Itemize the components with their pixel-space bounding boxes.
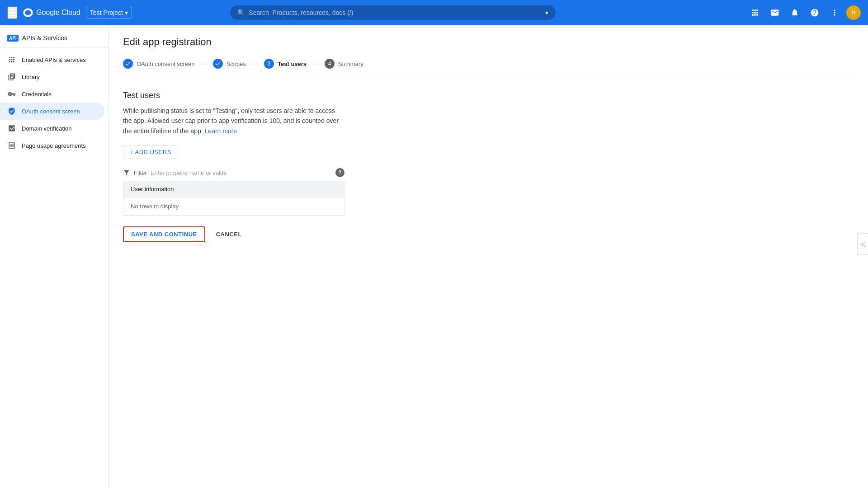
library-icon [7,73,16,81]
search-icon: 🔍 [237,9,245,16]
data-table: User information No rows to display [123,181,344,216]
sidebar-item-enabled-apis[interactable]: Enabled APIs & services [0,51,104,68]
step-divider-3: — [312,60,319,68]
action-buttons: SAVE AND CONTINUE CANCEL [123,226,854,242]
save-and-continue-button[interactable]: SAVE AND CONTINUE [123,226,205,242]
sidebar-item-label: Credentials [22,91,52,98]
sidebar-item-domain-verification[interactable]: Domain verification [0,120,104,137]
sidebar: API APIs & Services Enabled APIs & servi… [0,25,108,488]
search-bar[interactable]: 🔍 ▾ [230,5,556,20]
top-navigation: ☰ Google Cloud Test Project ▾ 🔍 ▾ [0,0,868,25]
apps-icon[interactable] [747,5,763,21]
step-test-users: 3 Test users [264,59,307,69]
sidebar-item-label: Enabled APIs & services [22,56,86,63]
sidebar-item-label: Domain verification [22,125,72,132]
cancel-button[interactable]: CANCEL [212,227,245,241]
sidebar-item-label: Library [22,74,40,80]
table-empty-message: No rows to display [123,197,344,215]
sidebar-item-label: Page usage agreements [22,142,86,149]
step-summary: 4 Summary [325,59,363,69]
filter-label: Filter [134,169,147,176]
section-description: While publishing status is set to "Testi… [123,106,344,136]
collapse-sidebar-button[interactable]: ◁ [857,233,868,255]
google-cloud-text: Google Cloud [36,9,80,17]
step-label: Summary [338,61,363,67]
search-input[interactable] [249,9,542,16]
project-name: Test Project [90,9,123,16]
main-layout: API APIs & Services Enabled APIs & servi… [0,25,868,488]
step-label: Scopes [226,61,246,67]
project-dropdown-icon: ▾ [125,9,128,16]
stepper: OAuth consent screen — Scopes — 3 Test u… [123,59,854,76]
table-header: User information [123,181,344,197]
step-num: 3 [264,59,274,69]
filter-input[interactable] [151,169,332,176]
page-title: Edit app registration [123,36,854,48]
help-icon[interactable] [807,5,823,21]
api-badge: API [7,35,19,42]
sidebar-item-page-usage[interactable]: Page usage agreements [0,137,104,154]
sidebar-item-label: OAuth consent screen [22,108,80,115]
more-icon[interactable] [826,5,843,21]
google-cloud-logo-icon [23,7,33,18]
sidebar-header: API APIs & Services [0,29,108,47]
step-divider-2: — [251,60,259,68]
sidebar-item-oauth-consent[interactable]: OAuth consent screen [0,103,104,120]
filter-icon [123,169,130,176]
domain-icon [7,124,16,132]
step-divider-1: — [200,60,208,68]
main-content: Edit app registration OAuth consent scre… [108,25,868,488]
step-check-icon [213,59,223,69]
add-users-button[interactable]: + ADD USERS [123,145,178,159]
learn-more-link[interactable]: Learn more [205,127,237,135]
oauth-icon [7,107,16,115]
collapse-icon: ◁ [860,240,865,248]
menu-icon[interactable]: ☰ [7,6,17,19]
notifications-icon[interactable] [787,5,803,21]
google-cloud-logo: Google Cloud [23,7,80,18]
user-avatar[interactable]: H [846,5,861,20]
sidebar-item-credentials[interactable]: Credentials [0,85,104,103]
credentials-icon [7,90,16,98]
sidebar-title: APIs & Services [22,34,67,42]
grid-icon [7,56,16,64]
sidebar-item-library[interactable]: Library [0,68,104,85]
help-circle-icon[interactable]: ? [335,168,344,177]
step-label: Test users [278,61,307,67]
email-icon[interactable] [767,5,783,21]
step-num: 4 [325,59,335,69]
page-usage-icon [7,141,16,150]
filter-bar: Filter ? [123,168,344,181]
section-title: Test users [123,91,854,100]
project-selector[interactable]: Test Project ▾ [86,7,132,19]
step-scopes: Scopes [213,59,246,69]
step-check-icon [123,59,133,69]
search-expand-icon: ▾ [545,9,548,16]
step-label: OAuth consent screen [137,61,195,67]
nav-icons: H [747,5,861,21]
step-oauth-consent: OAuth consent screen [123,59,195,69]
